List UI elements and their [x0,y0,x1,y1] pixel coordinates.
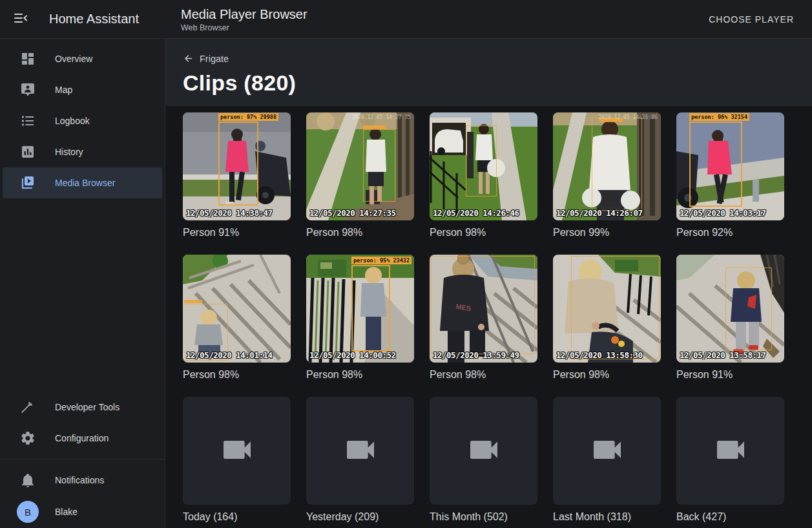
clip-caption: Person 98% [430,227,537,238]
clip-timestamp: 12/05/2020 14:26:07 [556,208,643,218]
bell-icon [20,472,36,488]
sidebar-bottom: Developer Tools Configuration Notificati… [0,392,165,528]
video-camera-icon [342,432,379,470]
clips-grid: person: 97% 29988 12/05/2020 14:38:47 Pe… [165,106,812,523]
clip-card[interactable]: 12/05/2020 14:26:46 Person 98% [430,112,537,238]
sidebar-toggle-button[interactable] [8,6,34,32]
clip-thumbnail: 12/05/2020 14:26:46 [430,112,537,220]
detection-label-small [184,300,202,303]
folder-card-back[interactable]: Back (427) [676,397,784,523]
clip-timestamp: 12/05/2020 14:26:46 [433,208,519,218]
clip-thumbnail: 2020.12.05 14:27:35 12/05/2020 14:27:35 [306,112,414,220]
clip-caption: Person 91% [676,369,784,381]
detection-bbox [592,118,642,211]
main-content: Frigate Clips (820) [165,39,812,528]
clip-card[interactable]: 12/05/2020 14:01:14 Person 98% [183,255,291,381]
sidebar: Overview Map Logbook History Media Brows… [0,39,165,528]
sidebar-item-configuration[interactable]: Configuration [3,423,162,454]
folder-card-last-month[interactable]: Last Month (318) [553,397,661,523]
cctv-scene [306,112,414,220]
clip-caption: Person 98% [430,369,537,381]
sidebar-item-map[interactable]: Map [3,74,162,105]
app-title: Home Assistant [49,12,139,26]
folder-label: Back (427) [676,511,784,523]
avatar: B [17,501,39,523]
sidebar-divider [0,459,165,459]
camera-osd-timestamp: 2020.12.05 14:27:35 [351,114,411,120]
map-account-icon [20,82,36,98]
hammer-icon [20,399,36,415]
folder-thumbnail [676,397,784,505]
clip-timestamp: 12/05/2020 14:27:35 [309,208,396,218]
folder-thumbnail [183,397,291,505]
clip-card[interactable]: MES 12/05/2020 13:59:49 Person 98% [430,255,537,381]
clip-timestamp: 12/05/2020 13:58:17 [680,350,766,360]
folder-label: This Month (502) [430,511,537,523]
page-header-subtitle: Web Browser [181,23,307,32]
folder-thumbnail [306,397,414,505]
clip-timestamp: 12/05/2020 14:00:52 [309,350,396,360]
user-name: Blake [55,507,78,517]
play-box-multiple-icon [20,175,36,191]
detection-label-small [363,125,386,129]
clip-thumbnail: person: 96% 32154 12/05/2020 14:03:17 [676,112,784,220]
sidebar-item-notifications[interactable]: Notifications [3,465,162,496]
folder-label: Last Month (318) [553,511,661,523]
choose-player-button[interactable]: CHOOSE PLAYER [703,9,799,30]
menu-icon [13,10,28,28]
clip-timestamp: 12/05/2020 14:01:14 [186,350,273,360]
detection-bbox [725,268,772,350]
detection-label: person: 96% 32154 [689,113,749,121]
chart-box-icon [20,144,36,160]
clip-card[interactable]: 2020.12.05 14:27:35 12/05/2020 14:27:35 … [306,112,414,238]
folder-thumbnail [553,397,661,505]
folder-label: Yesterday (209) [306,511,414,523]
detection-bbox [431,256,535,354]
folder-label: Today (164) [183,511,291,523]
detection-bbox [351,265,390,352]
sidebar-item-developer-tools[interactable]: Developer Tools [3,392,162,423]
video-camera-icon [713,432,749,470]
detection-bbox [363,129,395,202]
clip-card[interactable]: person: 96% 32154 12/05/2020 14:03:17 Pe… [676,112,784,238]
sidebar-item-logbook[interactable]: Logbook [3,105,162,136]
sidebar-item-profile[interactable]: B Blake [3,496,162,528]
clip-caption: Person 98% [306,227,414,238]
app-header: Home Assistant Media Player Browser Web … [0,0,812,39]
gear-icon [20,430,36,446]
sidebar-item-history[interactable]: History [3,136,162,167]
folder-card-today[interactable]: Today (164) [183,397,291,523]
video-camera-icon [589,432,625,470]
page-header-title: Media Player Browser [181,6,307,22]
breadcrumb-back[interactable]: Frigate [183,53,229,64]
clip-caption: Person 98% [553,369,661,381]
clip-caption: Person 98% [183,369,291,381]
sidebar-item-media-browser[interactable]: Media Browser [3,167,162,198]
clip-timestamp: 12/05/2020 13:59:49 [433,350,519,360]
clip-card[interactable]: person: 95% 23432 12/05/2020 14:00:52 Pe… [306,255,414,381]
clip-timestamp: 12/05/2020 13:58:30 [556,350,643,360]
clip-card[interactable]: person: 97% 29988 12/05/2020 14:38:47 Pe… [183,112,291,238]
detection-bbox [466,125,497,196]
list-bulleted-icon [20,113,36,129]
detection-bbox [689,121,742,207]
clip-card[interactable]: 12/05/2020 13:58:17 Person 91% [676,255,784,381]
clip-thumbnail: 12/05/2020 14:01:14 [183,255,291,363]
sidebar-item-overview[interactable]: Overview [3,43,162,74]
clip-caption: Person 92% [676,227,784,238]
folder-card-yesterday[interactable]: Yesterday (209) [306,397,414,523]
clip-thumbnail: 12/05/2020 13:58:17 [676,255,784,363]
clip-thumbnail: MES 12/05/2020 13:59:49 [430,255,537,363]
clip-thumbnail: person: 95% 23432 12/05/2020 14:00:52 [306,255,414,363]
clip-thumbnail: person: 97% 29988 12/05/2020 14:38:47 [183,112,291,220]
folder-card-this-month[interactable]: This Month (502) [430,397,537,523]
clip-caption: Person 91% [183,227,291,238]
camera-osd-timestamp: 2020.12.05 14:26:06 [598,114,658,120]
detection-bbox [218,121,258,206]
detection-label: person: 95% 23432 [351,257,411,264]
clip-timestamp: 12/05/2020 14:03:17 [680,208,766,218]
clip-card[interactable]: 12/05/2020 13:58:30 Person 98% [553,255,661,381]
content-header: Frigate Clips (820) [165,39,812,106]
clip-card[interactable]: 2020.12.05 14:26:06 12/05/2020 14:26:07 … [553,112,661,238]
arrow-left-icon [183,53,194,64]
